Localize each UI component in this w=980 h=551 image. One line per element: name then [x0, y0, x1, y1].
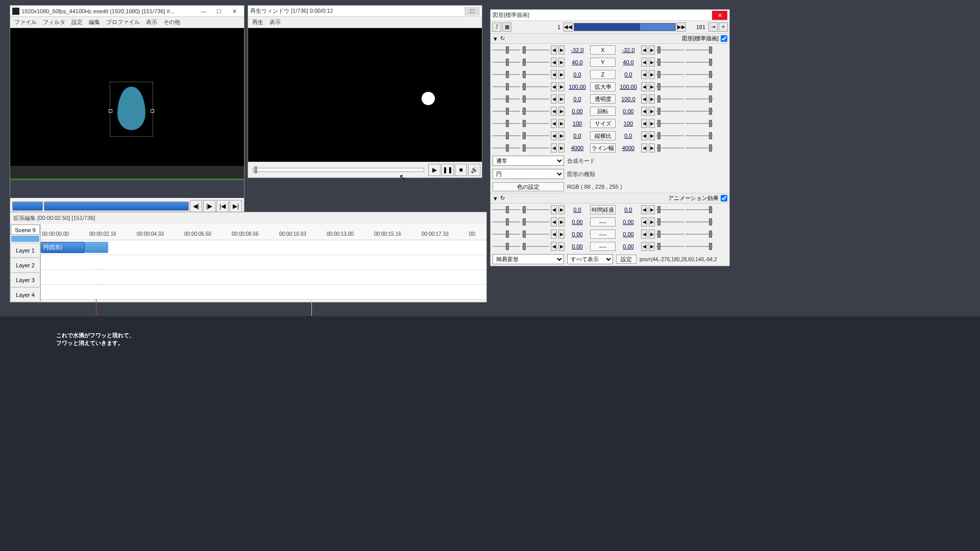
param-label[interactable]: サイズ [590, 119, 616, 128]
value-left[interactable]: 0.0 [566, 71, 589, 78]
slider-right[interactable] [656, 131, 684, 140]
slider-right-2[interactable] [685, 242, 713, 251]
dec-button[interactable]: ◀ [551, 45, 557, 55]
menu-other[interactable]: その他 [163, 18, 180, 26]
next-frame-button[interactable]: |▶ [203, 200, 215, 212]
param-label[interactable]: ---- [590, 230, 616, 239]
props-close-button[interactable]: ✕ [712, 11, 727, 20]
scene-tab[interactable]: Scene 9 [11, 224, 40, 235]
editor-canvas[interactable] [10, 28, 244, 166]
menu-settings[interactable]: 設定 [71, 18, 83, 26]
dec-button-r[interactable]: ◀ [641, 230, 647, 239]
slider-right[interactable] [656, 143, 684, 153]
slider-right[interactable] [656, 230, 684, 239]
frame-add-button[interactable]: + [719, 22, 728, 32]
inc-button-r[interactable]: ▶ [649, 82, 655, 91]
layer-1-label[interactable]: Layer 1 [10, 243, 40, 258]
slider-left-2[interactable] [522, 70, 549, 79]
value-right[interactable]: 100.00 [617, 84, 640, 90]
slider-right[interactable] [656, 45, 684, 55]
slider-left-2[interactable] [522, 242, 549, 251]
slider-left[interactable] [493, 217, 520, 227]
menu-filter[interactable]: フィルタ [43, 18, 65, 26]
value-left[interactable]: 40.0 [566, 59, 589, 65]
slider-right-2[interactable] [685, 217, 713, 227]
inc-button-r[interactable]: ▶ [649, 205, 655, 214]
slider-right[interactable] [656, 58, 684, 67]
dec-button-r[interactable]: ◀ [641, 107, 647, 116]
menu-file[interactable]: ファイル [14, 18, 37, 26]
inc-button[interactable]: ▶ [558, 107, 565, 116]
dec-button-r[interactable]: ◀ [641, 205, 647, 214]
param-label[interactable]: Y [590, 58, 616, 67]
value-right[interactable]: 0.0 [617, 133, 640, 139]
value-left[interactable]: 0.00 [566, 231, 589, 237]
nav-slider-main[interactable] [44, 202, 189, 211]
anim-enable-checkbox[interactable] [721, 195, 727, 202]
dec-button[interactable]: ◀ [551, 94, 557, 104]
value-right[interactable]: 100.0 [617, 96, 640, 102]
menu-display[interactable]: 表示 [270, 18, 281, 26]
effect-up-icon[interactable]: ⤴ [492, 22, 501, 32]
menu-profile[interactable]: プロファイル [106, 18, 140, 26]
slider-left-2[interactable] [522, 58, 549, 67]
slider-left-2[interactable] [522, 230, 549, 239]
slider-left[interactable] [493, 94, 520, 104]
inc-button[interactable]: ▶ [558, 82, 565, 91]
stop-button[interactable]: ■ [455, 164, 467, 176]
slider-left-2[interactable] [522, 205, 549, 214]
prev-frame-button[interactable]: ◀| [190, 200, 202, 212]
inc-button-r[interactable]: ▶ [649, 230, 655, 239]
loop-icon[interactable]: ↻ [500, 35, 505, 42]
slider-right[interactable] [656, 119, 684, 128]
slider-right[interactable] [656, 205, 684, 214]
sound-button[interactable]: 🔊 [468, 164, 480, 176]
inc-button[interactable]: ▶ [558, 230, 565, 239]
param-label[interactable]: 回転 [590, 107, 616, 116]
timeline-clip-tail[interactable] [85, 242, 108, 253]
inc-button-r[interactable]: ▶ [649, 131, 655, 140]
inc-button[interactable]: ▶ [558, 143, 565, 153]
frame-first-button[interactable]: ◀◀ [564, 22, 573, 32]
value-left[interactable]: 0.0 [566, 96, 589, 102]
slider-left[interactable] [493, 205, 520, 214]
inc-button-r[interactable]: ▶ [649, 242, 655, 251]
slider-left[interactable] [493, 131, 520, 140]
slider-right[interactable] [656, 94, 684, 104]
dec-button-r[interactable]: ◀ [641, 82, 647, 91]
dec-button[interactable]: ◀ [551, 143, 557, 153]
inc-button-r[interactable]: ▶ [649, 70, 655, 79]
dec-button[interactable]: ◀ [551, 242, 557, 251]
layer-3-track[interactable] [41, 270, 486, 285]
slider-right[interactable] [656, 242, 684, 251]
anim-settings-button[interactable]: 設定 [616, 255, 636, 264]
value-right[interactable]: 0.00 [617, 243, 640, 249]
value-left[interactable]: 4000 [566, 145, 589, 151]
dec-button[interactable]: ◀ [551, 119, 557, 128]
dec-button[interactable]: ◀ [551, 217, 557, 227]
inc-button[interactable]: ▶ [558, 58, 565, 67]
last-frame-button[interactable]: ▶| [230, 200, 242, 212]
playback-min-button[interactable]: ☐ [464, 7, 480, 16]
dec-button-r[interactable]: ◀ [641, 45, 647, 55]
shape-type-select[interactable]: 円 [493, 169, 564, 179]
inc-button[interactable]: ▶ [558, 70, 565, 79]
main-titlebar[interactable]: 1920x1080_60fps_44100Hz.exedit (1920,108… [10, 6, 244, 17]
section-shape-header[interactable]: ▼ ↻ 図形[標準描画] [491, 33, 729, 44]
slider-right[interactable] [656, 217, 684, 227]
slider-left[interactable] [493, 107, 520, 116]
value-left[interactable]: 0.00 [566, 108, 589, 114]
value-left[interactable]: 0.0 [566, 207, 589, 213]
pause-button[interactable]: ❚❚ [442, 164, 454, 176]
dec-button[interactable]: ◀ [551, 58, 557, 67]
value-right[interactable]: 0.0 [617, 71, 640, 78]
value-right[interactable]: 0.0 [617, 207, 640, 213]
play-button[interactable]: ▶ [428, 164, 440, 176]
frame-range-bar[interactable] [574, 23, 676, 31]
slider-right[interactable] [656, 70, 684, 79]
value-right[interactable]: 40.0 [617, 59, 640, 65]
slider-right-2[interactable] [685, 82, 713, 91]
param-label[interactable]: ---- [590, 242, 616, 251]
inc-button[interactable]: ▶ [558, 242, 565, 251]
effect-grid-icon[interactable]: ▦ [502, 22, 511, 32]
